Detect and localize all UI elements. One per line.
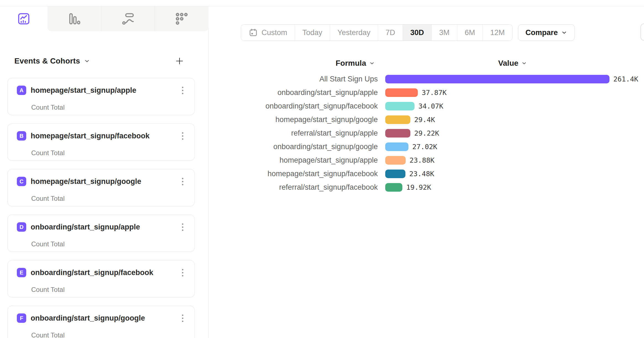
event-letter-badge[interactable]: B bbox=[17, 131, 26, 141]
date-range-option-30d[interactable]: 30D bbox=[403, 25, 432, 41]
tab-retention[interactable] bbox=[155, 6, 208, 31]
compare-label: Compare bbox=[526, 28, 558, 37]
chart-bar-value: 261.4K bbox=[613, 75, 638, 83]
chart-bar[interactable] bbox=[385, 170, 405, 178]
chart-row: onboarding/start_signup/facebook 34.07K bbox=[209, 99, 644, 113]
event-card-title: homepage/start_signup/facebook bbox=[31, 132, 178, 140]
chart-column-headers: Formula Value bbox=[209, 59, 644, 70]
event-card-subtitle: Count Total bbox=[31, 331, 187, 338]
events-cohorts-title[interactable]: Events & Cohorts bbox=[14, 57, 80, 65]
chart-row-track: 19.92K bbox=[385, 183, 431, 192]
chart-row-label: onboarding/start_signup/google bbox=[209, 142, 378, 151]
event-card[interactable]: C homepage/start_signup/google Count Tot… bbox=[7, 169, 195, 206]
bar-chart-rows: All Start Sign Ups 261.4K onboarding/sta… bbox=[209, 72, 644, 194]
chart-type-tabstrip bbox=[0, 6, 208, 31]
kebab-menu-icon[interactable] bbox=[178, 176, 187, 187]
chevron-down-icon bbox=[561, 30, 567, 36]
event-card-subtitle: Count Total bbox=[31, 286, 187, 294]
date-range-option-today[interactable]: Today bbox=[295, 25, 330, 41]
date-range-option-7d[interactable]: 7D bbox=[378, 25, 403, 41]
event-letter-badge[interactable]: E bbox=[17, 268, 26, 277]
chart-bar-value: 27.02K bbox=[412, 143, 437, 151]
date-range-label: 30D bbox=[410, 28, 424, 37]
date-range-option-3m[interactable]: 3M bbox=[431, 25, 457, 41]
chart-bar-value: 19.92K bbox=[406, 183, 431, 191]
chart-row: referral/start_signup/apple 29.22K bbox=[209, 126, 644, 140]
chart-row: onboarding/start_signup/google 27.02K bbox=[209, 140, 644, 154]
kebab-menu-icon[interactable] bbox=[178, 130, 187, 141]
chart-bar[interactable] bbox=[385, 75, 609, 83]
chart-row-track: 261.4K bbox=[385, 75, 638, 83]
chart-bar-value: 29.4K bbox=[414, 116, 435, 124]
chart-bar[interactable] bbox=[385, 115, 410, 124]
report-main: Custom Today Yesterday 7D 30D 3M 6M 12M … bbox=[209, 6, 644, 338]
compare-button[interactable]: Compare bbox=[518, 24, 575, 41]
event-letter-badge[interactable]: D bbox=[17, 222, 26, 232]
formula-header-label: Formula bbox=[336, 59, 366, 68]
chart-row-track: 29.22K bbox=[385, 129, 439, 138]
chart-row-label: homepage/start_signup/apple bbox=[209, 156, 378, 165]
chart-bar[interactable] bbox=[385, 156, 406, 165]
chart-bar[interactable] bbox=[385, 183, 402, 192]
event-card-title: homepage/start_signup/apple bbox=[31, 86, 178, 95]
date-range-option-6m[interactable]: 6M bbox=[457, 25, 483, 41]
kebab-menu-icon[interactable] bbox=[178, 313, 187, 324]
event-card-subtitle: Count Total bbox=[31, 104, 187, 111]
bar-chart-icon bbox=[67, 12, 81, 26]
event-card-subtitle: Count Total bbox=[31, 149, 187, 157]
chart-row-label: onboarding/start_signup/apple bbox=[209, 88, 378, 97]
event-card-title: homepage/start_signup/google bbox=[31, 177, 178, 186]
event-letter-badge[interactable]: F bbox=[17, 313, 26, 323]
date-range-label: 12M bbox=[490, 28, 505, 37]
retention-grid-icon bbox=[175, 12, 189, 26]
chart-row: homepage/start_signup/apple 23.88K bbox=[209, 154, 644, 167]
event-card-subtitle: Count Total bbox=[31, 195, 187, 202]
chart-row: homepage/start_signup/facebook 23.48K bbox=[209, 167, 644, 181]
value-header-dropdown[interactable]: Value bbox=[449, 59, 576, 68]
chart-row-track: 23.88K bbox=[385, 156, 434, 165]
edge-partial-button[interactable] bbox=[640, 23, 644, 41]
tab-flows[interactable] bbox=[101, 6, 155, 31]
add-event-button[interactable] bbox=[173, 55, 186, 67]
date-range-label: 7D bbox=[386, 28, 395, 37]
event-card-list: A homepage/start_signup/apple Count Tota… bbox=[7, 78, 195, 338]
chart-row: homepage/start_signup/google 29.4K bbox=[209, 113, 644, 126]
event-card[interactable]: E onboarding/start_signup/facebook Count… bbox=[7, 260, 195, 297]
event-card-title: onboarding/start_signup/apple bbox=[31, 223, 178, 231]
kebab-menu-icon[interactable] bbox=[178, 85, 187, 96]
chart-row-track: 29.4K bbox=[385, 115, 435, 124]
date-range-label: Yesterday bbox=[337, 28, 370, 37]
chart-bar[interactable] bbox=[385, 129, 410, 138]
chart-row-track: 23.48K bbox=[385, 170, 434, 178]
chart-bar[interactable] bbox=[385, 102, 415, 110]
flows-icon bbox=[121, 12, 135, 26]
tab-insights[interactable] bbox=[0, 6, 47, 31]
formula-header-dropdown[interactable]: Formula bbox=[292, 59, 419, 68]
event-card[interactable]: F onboarding/start_signup/google Count T… bbox=[7, 306, 195, 338]
event-letter-badge[interactable]: A bbox=[17, 86, 26, 95]
date-range-label: Today bbox=[302, 28, 322, 37]
kebab-menu-icon[interactable] bbox=[178, 221, 187, 233]
date-range-option-12m[interactable]: 12M bbox=[482, 25, 512, 41]
insights-chart-icon bbox=[17, 12, 31, 26]
event-card-title: onboarding/start_signup/google bbox=[31, 314, 178, 323]
tab-bar-chart[interactable] bbox=[47, 6, 101, 31]
chart-bar[interactable] bbox=[385, 88, 418, 97]
chart-row-label: onboarding/start_signup/facebook bbox=[209, 102, 378, 110]
kebab-menu-icon[interactable] bbox=[178, 267, 187, 278]
chevron-down-icon[interactable] bbox=[84, 58, 90, 64]
event-card-subtitle: Count Total bbox=[31, 240, 187, 248]
chart-row-label: homepage/start_signup/facebook bbox=[209, 170, 378, 178]
event-card-title: onboarding/start_signup/facebook bbox=[31, 268, 178, 277]
date-range-label: 6M bbox=[465, 28, 475, 37]
chart-row-track: 34.07K bbox=[385, 102, 443, 110]
chart-row-label: referral/start_signup/apple bbox=[209, 129, 378, 138]
event-card[interactable]: A homepage/start_signup/apple Count Tota… bbox=[7, 78, 195, 115]
date-range-option-custom[interactable]: Custom bbox=[241, 25, 295, 41]
event-card[interactable]: B homepage/start_signup/facebook Count T… bbox=[7, 123, 195, 161]
chart-bar[interactable] bbox=[385, 142, 408, 151]
event-card[interactable]: D onboarding/start_signup/apple Count To… bbox=[7, 215, 195, 252]
event-letter-badge[interactable]: C bbox=[17, 177, 26, 186]
date-range-option-yesterday[interactable]: Yesterday bbox=[330, 25, 378, 41]
chart-row: onboarding/start_signup/apple 37.87K bbox=[209, 86, 644, 99]
